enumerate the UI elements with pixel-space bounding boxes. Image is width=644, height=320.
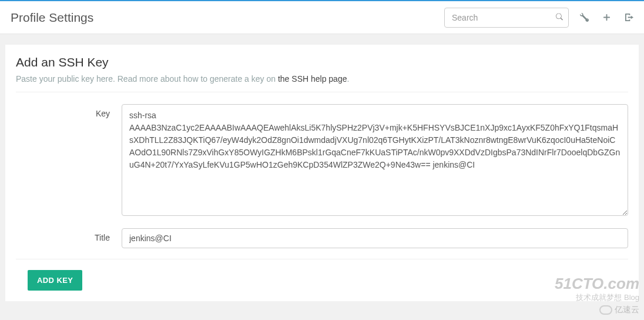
key-form-group: Key ssh-rsa AAAAB3NzaC1yc2EAAAABIwAAAQEA… bbox=[16, 104, 628, 218]
add-key-button[interactable]: ADD KEY bbox=[28, 270, 82, 291]
signout-icon[interactable] bbox=[624, 13, 633, 22]
panel-title: Add an SSH Key bbox=[16, 55, 628, 69]
search-wrap bbox=[444, 8, 569, 28]
help-suffix: . bbox=[347, 74, 349, 84]
divider bbox=[16, 92, 628, 92]
ssh-key-panel: Add an SSH Key Paste your public key her… bbox=[5, 45, 639, 301]
wrench-icon[interactable] bbox=[579, 13, 589, 22]
title-form-group: Title bbox=[16, 228, 628, 248]
plus-icon[interactable] bbox=[602, 13, 611, 22]
cloud-icon bbox=[599, 305, 612, 315]
title-input[interactable] bbox=[122, 228, 628, 248]
button-row: ADD KEY bbox=[16, 259, 628, 301]
watermark-sub: 技术成就梦想 Blog bbox=[576, 292, 639, 303]
title-label: Title bbox=[16, 228, 122, 248]
page-header: Profile Settings bbox=[0, 1, 644, 34]
key-textarea[interactable]: ssh-rsa AAAAB3NzaC1yc2EAAAABIwAAAQEAwehl… bbox=[122, 104, 628, 216]
ssh-help-link[interactable]: the SSH help page bbox=[278, 74, 347, 84]
watermark: 51CTO.com 技术成就梦想 Blog 亿速云 bbox=[555, 277, 639, 315]
search-input[interactable] bbox=[444, 8, 569, 28]
watermark-main: 51CTO.com bbox=[555, 277, 639, 291]
page-title: Profile Settings bbox=[11, 11, 444, 25]
header-actions bbox=[579, 13, 633, 22]
help-prefix: Paste your public key here. Read more ab… bbox=[16, 74, 278, 84]
watermark-bottom: 亿速云 bbox=[599, 305, 639, 315]
help-text: Paste your public key here. Read more ab… bbox=[16, 74, 628, 84]
key-label: Key bbox=[16, 104, 122, 218]
